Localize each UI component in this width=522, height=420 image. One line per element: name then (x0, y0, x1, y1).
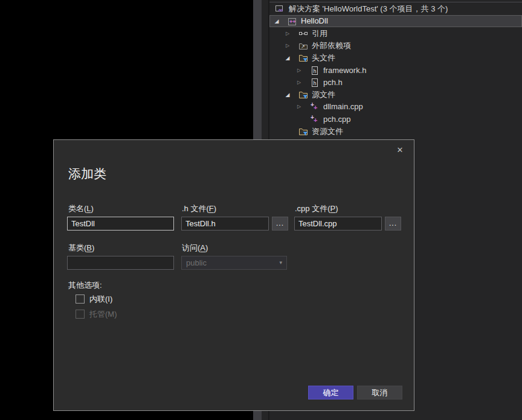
h-file-label: .h 文件(F) (182, 203, 216, 214)
label-text: 访问( (182, 243, 200, 252)
tree-item-label: pch.cpp (323, 113, 351, 126)
label-text: ) (335, 204, 338, 213)
label-text: ) (92, 243, 94, 252)
access-key: P (330, 204, 336, 213)
inline-checkbox[interactable] (76, 294, 85, 304)
access-selected-value: public (186, 258, 207, 267)
label-text: 基类( (68, 243, 86, 252)
managed-checkbox (76, 310, 85, 319)
dialog-title: 添加类 (68, 165, 106, 182)
label-text: .h 文件( (182, 204, 209, 213)
label-text: 内联( (89, 294, 108, 304)
cpp-project-icon: ++ (288, 17, 297, 27)
solution-icon: ∞ (275, 4, 285, 14)
svg-text:↗: ↗ (301, 44, 305, 49)
ok-button[interactable]: 确定 (308, 386, 353, 399)
tree-item-label: 解决方案 'HelloWorldTest' (3 个项目，共 3 个) (289, 3, 448, 15)
svg-text:h: h (314, 68, 317, 74)
base-class-label: 基类(B) (68, 243, 94, 253)
cpp-file-input[interactable] (294, 217, 382, 231)
expand-arrow-icon[interactable]: ▷ (295, 77, 303, 89)
access-key: B (86, 243, 92, 252)
svg-text:+: + (314, 104, 317, 111)
expand-arrow-icon[interactable]: ▷ (283, 28, 292, 40)
tree-item-label: 外部依赖项 (312, 40, 351, 52)
label-text: ) (205, 243, 208, 252)
h-file-browse-button[interactable]: ... (272, 217, 288, 231)
tree-item[interactable]: ▷hframework.h (269, 65, 522, 77)
tree-item[interactable]: ▷++dllmain.cpp (269, 101, 522, 113)
access-key: M (108, 310, 114, 319)
label-text: ) (114, 310, 117, 319)
tree-item[interactable]: ∞解决方案 'HelloWorldTest' (3 个项目，共 3 个) (269, 3, 522, 15)
label-text: 托管( (89, 310, 108, 319)
h-file-input[interactable] (181, 217, 269, 231)
collapse-arrow-icon[interactable]: ◢ (272, 16, 281, 27)
expand-arrow-icon[interactable]: ▷ (283, 40, 292, 52)
svg-text:∞: ∞ (279, 7, 283, 13)
folder-filter-icon (298, 90, 308, 100)
external-dependencies-icon: ↗ (298, 41, 308, 51)
label-text: ) (110, 294, 112, 304)
tree-item-label: 头文件 (312, 52, 335, 64)
solution-tree: ∞解决方案 'HelloWorldTest' (3 个项目，共 3 个)◢++H… (269, 0, 522, 140)
tree-item[interactable]: 资源文件 (269, 126, 522, 138)
expand-arrow-icon[interactable]: ▷ (295, 101, 303, 113)
inline-checkbox-label: 内联(I) (89, 294, 112, 304)
tree-item-label: 资源文件 (312, 126, 343, 138)
access-select: public ▾ (181, 256, 287, 270)
access-key: A (200, 243, 205, 252)
tree-item-label: 引用 (312, 28, 327, 40)
cancel-button[interactable]: 取消 (357, 386, 402, 399)
app-window: ∞解决方案 'HelloWorldTest' (3 个项目，共 3 个)◢++H… (0, 0, 522, 420)
tree-item[interactable]: ◢源文件 (269, 89, 522, 101)
label-text: .cpp 文件( (295, 204, 330, 213)
tree-item-label: dllmain.cpp (323, 101, 363, 113)
access-label: 访问(A) (182, 243, 208, 253)
tree-item-label: framework.h (323, 65, 367, 77)
cpp-file-icon: ++ (310, 102, 320, 112)
cpp-file-icon: ++ (310, 115, 320, 124)
label-text: ) (214, 204, 216, 213)
class-name-label: 类名(L) (68, 203, 94, 214)
tree-item[interactable]: ▷hpch.h (269, 77, 522, 89)
tree-item-label: HelloDll (301, 16, 328, 27)
access-key: L (86, 204, 91, 213)
cpp-file-label: .cpp 文件(P) (295, 203, 338, 214)
base-class-input[interactable] (67, 256, 174, 270)
label-text: ) (91, 204, 94, 213)
h-file-icon: h (310, 66, 320, 75)
collapse-arrow-icon[interactable]: ◢ (283, 89, 292, 101)
folder-filter-icon (298, 53, 308, 63)
collapse-arrow-icon[interactable]: ◢ (283, 52, 292, 64)
chevron-down-icon: ▾ (279, 256, 282, 269)
expand-arrow-icon[interactable]: ▷ (295, 65, 303, 77)
references-icon (298, 29, 308, 39)
managed-checkbox-label: 托管(M) (89, 310, 117, 319)
cpp-file-browse-button[interactable]: ... (385, 217, 401, 231)
svg-text:h: h (314, 80, 317, 86)
class-name-input[interactable] (67, 217, 174, 231)
tree-item[interactable]: ▷↗外部依赖项 (269, 40, 522, 52)
svg-text:+: + (314, 116, 317, 124)
tree-item-label: 源文件 (312, 89, 335, 101)
label-text: 类名( (68, 204, 86, 213)
tree-item[interactable]: ◢++HelloDll (269, 15, 522, 27)
tree-item-label: pch.h (323, 77, 343, 89)
add-class-dialog: ✕ 添加类 类名(L) .h 文件(F) .cpp 文件(P) ... ... … (53, 139, 414, 411)
tree-item[interactable]: ▷引用 (269, 28, 522, 40)
svg-text:++: ++ (289, 19, 296, 25)
access-key: F (209, 204, 214, 213)
h-file-icon: h (310, 78, 320, 88)
folder-filter-icon (298, 127, 308, 136)
other-options-heading: 其他选项: (68, 280, 102, 291)
tree-item[interactable]: ++pch.cpp (269, 113, 522, 126)
tree-item[interactable]: ◢头文件 (269, 52, 522, 64)
close-icon[interactable]: ✕ (395, 145, 405, 156)
